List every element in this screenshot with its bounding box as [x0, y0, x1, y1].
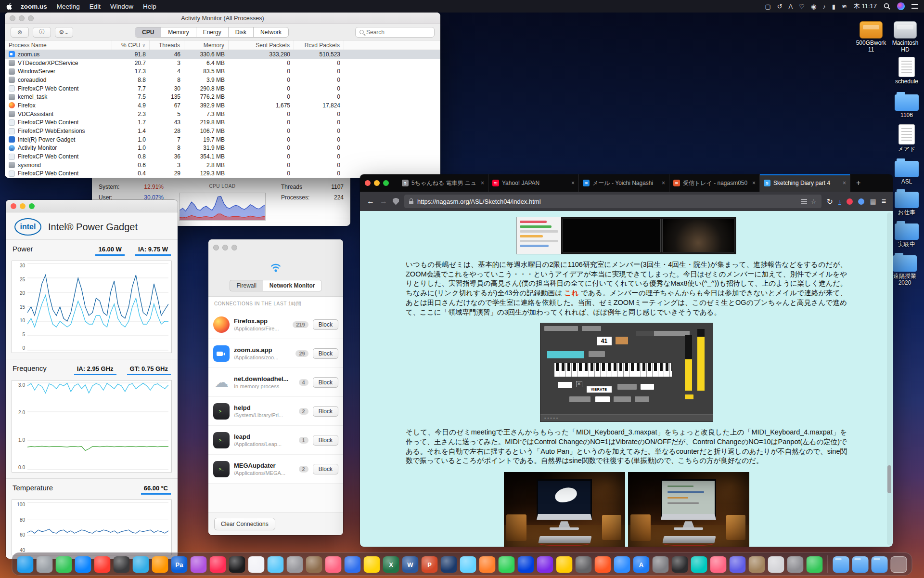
- camera-icon[interactable]: ◉: [811, 3, 816, 10]
- menu-zoom-us[interactable]: zoom.us: [16, 3, 52, 10]
- dock-item[interactable]: [345, 556, 361, 573]
- tab-close-icon[interactable]: ×: [662, 180, 665, 186]
- column-header[interactable]: Threads: [150, 40, 184, 50]
- menu-bar-clock[interactable]: 木 11:17: [854, 2, 877, 11]
- connection-row[interactable]: ☁net.downloadhel...In-memory process4Blo…: [208, 368, 343, 397]
- dock-folder[interactable]: [833, 556, 849, 573]
- inspect-process-button[interactable]: ⓘ: [33, 27, 51, 38]
- dock-item[interactable]: [248, 556, 265, 573]
- dock-item[interactable]: [114, 556, 130, 573]
- dock-item[interactable]: [94, 556, 111, 573]
- connection-row[interactable]: Firefox.app/Applications/Fire...219Block: [208, 310, 343, 339]
- volume-icon[interactable]: ♪: [822, 3, 826, 10]
- dock-item[interactable]: [133, 556, 149, 573]
- column-header[interactable]: Rcvd Packets: [294, 40, 344, 50]
- browser-tab[interactable]: SSketching Diary part 4×: [760, 174, 850, 192]
- desktop-icon-drive[interactable]: Macintosh HD: [888, 21, 923, 53]
- dock-item[interactable]: [306, 556, 322, 573]
- menu-icon[interactable]: ≡: [882, 197, 886, 206]
- dock-item[interactable]: [710, 556, 727, 573]
- tab-disk[interactable]: Disk: [229, 27, 254, 37]
- dock-item[interactable]: [807, 556, 823, 573]
- back-button[interactable]: ←: [367, 197, 374, 206]
- dock-item[interactable]: [152, 556, 168, 573]
- options-gear-button[interactable]: ⚙⌄: [55, 27, 73, 38]
- dock-item[interactable]: [325, 556, 342, 573]
- connection-row[interactable]: >_leapd/Applications/Leap...1Block: [208, 426, 343, 455]
- dock-item[interactable]: [787, 556, 804, 573]
- dock-item[interactable]: [768, 556, 784, 573]
- quit-process-button[interactable]: ⊗: [11, 27, 29, 38]
- browser-tab[interactable]: ✉受信トレイ - nagasm050×: [669, 174, 760, 192]
- dock-item[interactable]: [691, 556, 707, 573]
- table-row[interactable]: VDCAssistant2.357.3 MB00: [5, 110, 440, 118]
- tab-network[interactable]: Network: [254, 27, 288, 37]
- block-button[interactable]: Block: [313, 464, 338, 474]
- tab-close-icon[interactable]: ×: [481, 180, 484, 186]
- table-row[interactable]: zoom.us91.846330.6 MB333,280510,523: [5, 50, 440, 59]
- tab-network-monitor[interactable]: Network Monitor: [263, 280, 322, 291]
- dock-item[interactable]: [191, 556, 207, 573]
- dock-item[interactable]: [268, 556, 284, 573]
- dock-item[interactable]: [210, 556, 226, 573]
- connection-row[interactable]: >_helpd/System/Library/Pri...2Block: [208, 397, 343, 426]
- forward-button[interactable]: →: [380, 197, 387, 206]
- browser-tab[interactable]: 55ちゃんねる 電車男 ニュース×: [398, 174, 488, 192]
- table-row[interactable]: FirefoxCP Web Content1.743219.8 MB00: [5, 118, 440, 127]
- menu-help[interactable]: Help: [138, 3, 161, 10]
- dock-item[interactable]: X: [383, 556, 399, 573]
- column-header[interactable]: % CPU∨: [112, 40, 150, 50]
- tracking-protection-icon[interactable]: [393, 198, 399, 205]
- dock-item[interactable]: [537, 556, 553, 573]
- dock-item[interactable]: Pa: [171, 556, 188, 573]
- minimize-button[interactable]: [20, 203, 26, 209]
- block-button[interactable]: Block: [313, 377, 338, 388]
- close-button[interactable]: [213, 245, 219, 250]
- desktop-icon-folder[interactable]: ASL: [889, 158, 924, 185]
- url-bar[interactable]: https://nagasm.org/ASL/Sketch04/index.ht…: [404, 195, 821, 208]
- siri-icon[interactable]: [897, 2, 905, 10]
- browser-tab[interactable]: Y!Yahoo! JAPAN×: [488, 174, 579, 192]
- menu-meeting[interactable]: Meeting: [52, 3, 85, 10]
- dock-item[interactable]: [441, 556, 457, 573]
- dock-item[interactable]: [229, 556, 245, 573]
- spotlight-icon[interactable]: [884, 3, 890, 10]
- video-link[interactable]: これ: [565, 289, 579, 297]
- activity-monitor-titlebar[interactable]: Activity Monitor (All Processes): [5, 13, 440, 24]
- pocket-icon[interactable]: [847, 198, 853, 205]
- battery-icon[interactable]: ▮: [832, 3, 835, 10]
- tab-memory[interactable]: Memory: [161, 27, 196, 37]
- minimize-button[interactable]: [222, 245, 228, 250]
- dock-item[interactable]: [56, 556, 72, 573]
- close-button[interactable]: [11, 203, 16, 209]
- table-row[interactable]: Activity Monitor1.0831.9 MB00: [5, 144, 440, 153]
- clock-icon[interactable]: ↺: [777, 3, 783, 10]
- table-row[interactable]: VTDecoderXPCService20.736.4 MB00: [5, 59, 440, 67]
- tab-close-icon[interactable]: ×: [843, 180, 846, 186]
- new-tab-button[interactable]: +: [850, 174, 866, 192]
- desktop-icon-drive-orange[interactable]: 500GBwork 11: [854, 21, 888, 53]
- tab-close-icon[interactable]: ×: [752, 180, 756, 186]
- connection-row[interactable]: zoom.us.app/Applications/zoo...29Block: [208, 339, 343, 368]
- table-row[interactable]: FirefoxCP Web Content0.836354.1 MB00: [5, 152, 440, 161]
- keyboard-icon[interactable]: A: [789, 3, 793, 10]
- dock-item[interactable]: [576, 556, 592, 573]
- dock-item[interactable]: [595, 556, 611, 573]
- dock-item[interactable]: P: [422, 556, 438, 573]
- menu-edit[interactable]: Edit: [85, 3, 105, 10]
- desktop-icon-folder[interactable]: 実験中: [889, 221, 924, 248]
- tab-cpu[interactable]: CPU: [135, 27, 161, 37]
- table-row[interactable]: coreaudiod8.883.9 MB00: [5, 76, 440, 84]
- connection-row[interactable]: >_MEGAupdater/Applications/MEGA...2Block: [208, 455, 343, 484]
- block-button[interactable]: Block: [313, 348, 338, 359]
- column-header[interactable]: Sent Packets: [229, 40, 294, 50]
- dock-item[interactable]: [614, 556, 630, 573]
- dock-trash[interactable]: [891, 556, 907, 573]
- dock-item[interactable]: W: [402, 556, 419, 573]
- display-icon[interactable]: ▢: [765, 3, 770, 10]
- dock-item[interactable]: [499, 556, 515, 573]
- desktop-icon-folder[interactable]: お仕事: [889, 189, 924, 216]
- dock-folder[interactable]: [872, 556, 888, 573]
- table-row[interactable]: sysmond0.632.8 MB00: [5, 161, 440, 170]
- dock-item[interactable]: A: [633, 556, 650, 573]
